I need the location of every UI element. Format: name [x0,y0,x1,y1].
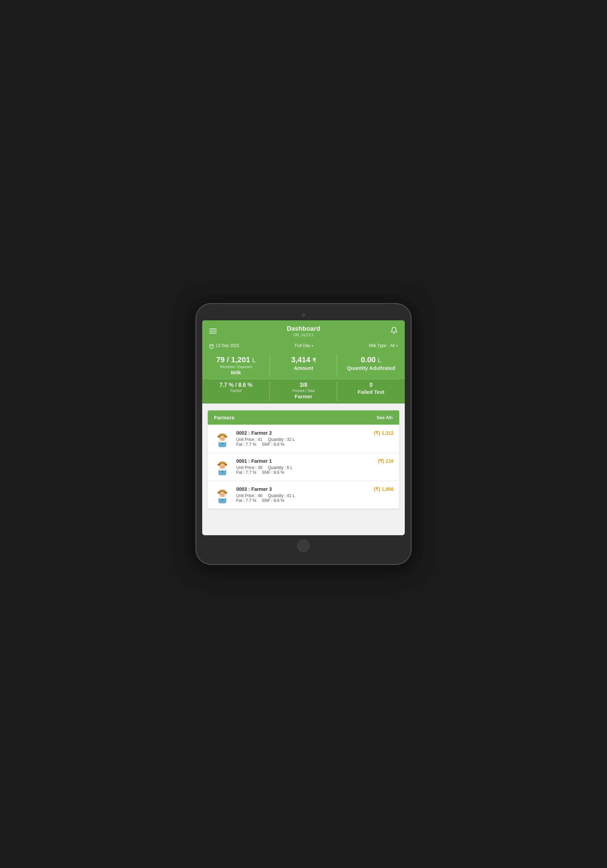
svg-rect-25 [221,471,223,472]
svg-point-7 [220,436,225,441]
farmer-name: 0003 : Farmer 3 [236,486,369,492]
fat-snf-value: 7.7 % / 8.6 % [206,382,266,388]
svg-rect-13 [219,441,225,442]
app-title: Dashboard [287,325,320,332]
farmer-item[interactable]: 0003 : Farmer 3 Unit Price : 46 Quantity… [208,481,399,508]
adultrated-stat: 0.00 L Quantity Adultrated [337,352,405,378]
farmer-snf: SNF : 8.6 % [262,498,284,503]
farmers-section: Farmers See All› [208,411,399,508]
svg-point-9 [223,438,224,439]
svg-point-8 [221,438,222,439]
farmer-label: Farmer [273,394,334,399]
farmer-quantity: Quantity : 41 L [268,493,295,498]
svg-point-30 [221,494,222,494]
farmer-info-row: Unit Price : 46 Quantity : 41 L [236,493,369,498]
farmer-unit-price: Unit Price : 36 [236,465,262,470]
farmer-info-row-2: Fat : 7.7 % SNF : 8.6 % [236,442,369,447]
farmer-quantity: Quantity : 32 L [268,437,295,442]
header-filters: 13 Sep 2021 Full Day ▾ Milk Type : All ▾ [209,340,398,352]
failed-test-stat: 0 Failed Test [337,379,405,403]
farmer-name: 0002 : Farmer 2 [236,430,369,436]
farmer-info-row: Unit Price : 36 Quantity : 6 L [236,465,373,470]
see-all-button[interactable]: See All› [377,415,393,420]
milk-label-small: Received / Expected [206,365,266,369]
farmer-details: 0001 : Farmer 1 Unit Price : 36 Quantity… [236,458,373,475]
date-filter[interactable]: 13 Sep 2021 [209,343,239,348]
app-header: Dashboard OR_VLCC1 [202,320,405,352]
farmer-details: 0002 : Farmer 2 Unit Price : 41 Quantity… [236,430,369,447]
farmer-info-row: Unit Price : 41 Quantity : 32 L [236,437,369,442]
failed-value: 0 [341,382,401,388]
farmer-info-row-2: Fat : 7.7 % SNF : 8.6 % [236,470,373,475]
tablet-frame: Dashboard OR_VLCC1 [196,304,411,564]
farmer-name: 0001 : Farmer 1 [236,458,373,464]
svg-point-29 [220,492,225,498]
milk-value: 79 / 1,201 L [206,356,266,364]
amount-label: Amount [273,365,334,371]
header-title-block: Dashboard OR_VLCC1 [287,325,320,337]
svg-rect-24 [219,469,225,470]
amount-value: 3,414 ₹ [273,356,334,364]
svg-point-31 [223,494,224,494]
farmer-avatar [213,486,231,504]
svg-rect-35 [219,497,225,499]
tablet-camera [302,313,305,317]
farmer-label-small: Present / Total [273,389,334,393]
tablet-home-button[interactable] [297,539,310,552]
farmer-unit-price: Unit Price : 41 [236,437,262,442]
content-area: Farmers See All› [202,403,405,535]
farmers-title: Farmers [214,415,234,420]
farmer-snf: SNF : 8.6 % [262,442,284,447]
svg-rect-0 [210,345,214,349]
farmer-info-row-2: Fat : 7.7 % SNF : 8.6 % [236,498,369,503]
milktype-filter[interactable]: Milk Type : All ▾ [369,343,398,348]
farmer-fat: Fat : 7.7 % [236,498,256,503]
adultrated-value: 0.00 L [341,356,401,364]
fat-snf-stat: 7.7 % / 8.6 % Fat/Snf [202,379,270,403]
adultrated-label: Quantity Adultrated [341,365,401,371]
svg-point-19 [221,466,222,467]
farmer-fat: Fat : 7.7 % [236,470,256,475]
farmer-item[interactable]: 0001 : Farmer 1 Unit Price : 36 Quantity… [208,453,399,481]
fat-snf-label: Fat/Snf [206,389,266,393]
farmers-header: Farmers See All› [208,411,399,425]
farmer-item[interactable]: 0002 : Farmer 2 Unit Price : 41 Quantity… [208,425,399,453]
fullday-dropdown-arrow: ▾ [312,344,313,348]
fullday-value: Full Day [295,343,310,348]
farmer-avatar [213,429,231,448]
farmer-amount: (₹) 1,886 [374,486,394,492]
milktype-label: Milk Type : [369,343,389,348]
farmer-fat: Fat : 7.7 % [236,442,256,447]
milk-stat: 79 / 1,201 L Received / Expected Milk [202,352,270,378]
hamburger-menu-icon[interactable] [209,329,217,333]
app-subtitle: OR_VLCC1 [287,333,320,337]
farmer-value: 3/8 [273,382,334,388]
farmer-details: 0003 : Farmer 3 Unit Price : 46 Quantity… [236,486,369,503]
farmer-quantity: Quantity : 6 L [268,465,292,470]
notification-bell-icon[interactable] [390,327,398,336]
milktype-value: All [390,343,395,348]
farmer-amount: (₹) 1,312 [374,430,394,436]
svg-point-18 [220,464,225,470]
failed-label: Failed Test [341,389,401,395]
farmer-amount: (₹) 216 [378,458,394,464]
farmer-snf: SNF : 8.6 % [262,470,284,475]
svg-rect-14 [221,443,223,444]
farmer-avatar [213,457,231,476]
milktype-dropdown-arrow: ▾ [396,344,398,348]
amount-stat: 3,414 ₹ Amount [270,352,337,378]
fullday-filter[interactable]: Full Day ▾ [295,343,313,348]
svg-rect-36 [221,499,223,500]
farmer-unit-price: Unit Price : 46 [236,493,262,498]
tablet-screen: Dashboard OR_VLCC1 [202,320,405,535]
milk-label: Milk [206,369,266,375]
header-top-bar: Dashboard OR_VLCC1 [209,325,398,337]
farmer-stat: 3/8 Present / Total Farmer [270,379,337,403]
svg-point-20 [223,466,224,467]
stats-row-2: 7.7 % / 8.6 % Fat/Snf 3/8 Present / Tota… [202,379,405,403]
date-value: 13 Sep 2021 [216,343,239,348]
stats-row-1: 79 / 1,201 L Received / Expected Milk 3,… [202,352,405,378]
